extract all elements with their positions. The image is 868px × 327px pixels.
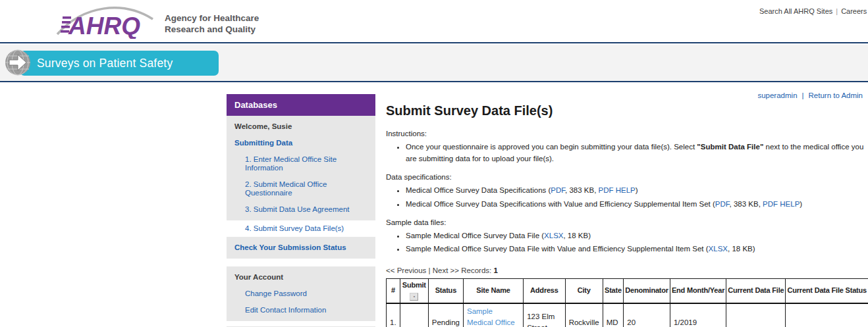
col-header-submit: Submit ▪ xyxy=(400,279,428,303)
sidebar-gap xyxy=(227,259,375,266)
cell-row-number: 1. xyxy=(387,303,400,327)
col-header-city: City xyxy=(565,279,603,303)
spec-text: ) xyxy=(800,200,802,208)
sample-item: Sample Medical Office Survey Data File (… xyxy=(406,230,868,241)
col-header-status: Status xyxy=(428,279,463,303)
sidebar-item-enter-site-information[interactable]: 1. Enter Medical Office Site Information xyxy=(227,151,375,176)
sidebar-item-submitting-data[interactable]: Submitting Data xyxy=(227,135,375,151)
site-name-link[interactable]: Sample Medical Office A xyxy=(467,307,515,327)
instructions-label: Instructions: xyxy=(386,128,868,139)
spec2-pdf-help-link[interactable]: PDF HELP xyxy=(763,200,800,208)
survey-data-table: # Submit ▪ Status Site Name Address City… xyxy=(386,278,868,327)
check-submission-status-link[interactable]: Check Your Submission Status xyxy=(234,243,346,251)
your-account-label: Your Account xyxy=(234,273,283,281)
pagination-separator: | xyxy=(429,266,431,274)
ahrq-logo-graphic: AHRQ xyxy=(55,3,155,39)
col-header-end-month-year: End Month/Year xyxy=(670,279,726,303)
nav-separator: | xyxy=(836,7,838,15)
spec1-pdf-help-link[interactable]: PDF HELP xyxy=(599,186,636,194)
sidebar-item-check-submission-status[interactable]: Check Your Submission Status xyxy=(227,237,375,259)
sample-item: Sample Medical Office Survey Data File w… xyxy=(406,243,868,255)
cell-current-data-file-status xyxy=(786,303,868,327)
agency-name: Agency for Healthcare Research and Quali… xyxy=(165,13,259,36)
cell-submit xyxy=(400,303,428,327)
change-password-link[interactable]: Change Password xyxy=(245,289,307,297)
cell-end-month-year: 1/2019 xyxy=(670,303,726,327)
pagination-top: << Previous | Next >> Records: 1 xyxy=(386,265,868,276)
cell-status: Pending xyxy=(428,303,463,327)
col-header-denominator: Denominator xyxy=(624,279,670,303)
spec-text: Medical Office Survey Data Specification… xyxy=(406,200,715,208)
trademark-symbol: ™ xyxy=(75,85,80,91)
page-title: Submit Survey Data File(s) xyxy=(386,101,868,120)
cell-city: Rockville xyxy=(565,303,603,327)
spec-text: ) xyxy=(636,186,638,194)
sidebar-title: Databases xyxy=(227,94,375,116)
records-count: 1 xyxy=(494,266,498,274)
instructions-list: Once your questionnaire is approved you … xyxy=(386,141,868,165)
sidebar-welcome: Welcome, Susie xyxy=(227,116,375,135)
cell-site-name: Sample Medical Office A xyxy=(463,303,523,327)
cell-address: 123 Elm Street xyxy=(524,303,566,327)
edit-contact-information-link[interactable]: Edit Contact Information xyxy=(245,306,326,314)
sidebar-gap xyxy=(227,321,375,326)
site-header: AHRQ Agency for Healthcare Research and … xyxy=(0,0,868,43)
sidebar-item-submit-questionnaire[interactable]: 2. Submit Medical Office Questionnaire xyxy=(227,176,375,201)
sample2-xlsx-link[interactable]: XLSX xyxy=(709,245,728,253)
sops-banner: Surveys on Patient Safety Culture™ xyxy=(20,51,219,76)
top-utility-nav: Search All AHRQ Sites|Careers|Contact Us xyxy=(759,7,868,15)
instruction-bold-text: "Submit Data File" xyxy=(697,143,763,151)
ahrq-logo[interactable]: AHRQ Agency for Healthcare Research and … xyxy=(55,3,259,39)
sidebar-item-change-password[interactable]: Change Password xyxy=(227,286,375,302)
globe-arrow-icon xyxy=(3,47,34,78)
main-content: Submit Survey Data File(s) Instructions:… xyxy=(386,97,868,327)
sample1-xlsx-link[interactable]: XLSX xyxy=(544,232,563,239)
sops-banner-title: Surveys on Patient Safety Culture xyxy=(37,57,173,97)
nav-search-all-ahrq-sites[interactable]: Search All AHRQ Sites xyxy=(759,7,832,15)
col-header-submit-label: Submit xyxy=(402,280,427,291)
spec-text: , 383 KB, xyxy=(565,186,599,194)
cell-denominator: 20 xyxy=(624,303,670,327)
instruction-text: Once your questionnaire is approved you … xyxy=(406,143,697,151)
submit-questionnaire-link[interactable]: 2. Submit Medical Office Questionnaire xyxy=(245,180,327,197)
spec1-pdf-link[interactable]: PDF xyxy=(551,186,565,194)
spec-item: Medical Office Survey Data Specification… xyxy=(406,198,868,210)
sidebar-nav: Databases Welcome, Susie Submitting Data… xyxy=(227,94,375,327)
submit-sort-icon[interactable]: ▪ xyxy=(410,293,418,301)
sidebar-item-submit-survey-data-files[interactable]: 4. Submit Survey Data File(s) xyxy=(227,220,375,237)
cell-current-data-file xyxy=(726,303,786,327)
sample-files-list: Sample Medical Office Survey Data File (… xyxy=(386,230,868,255)
agency-name-line2: Research and Quality xyxy=(165,24,259,36)
logo-text: AHRQ xyxy=(68,13,140,39)
col-header-address: Address xyxy=(524,279,566,303)
col-header-number: # xyxy=(387,279,400,303)
sample-text: Sample Medical Office Survey Data File w… xyxy=(406,245,709,253)
table-row: 1. Pending Sample Medical Office A 123 E… xyxy=(387,303,868,327)
spec-text: , 383 KB, xyxy=(730,200,763,208)
sample-text: Sample Medical Office Survey Data File ( xyxy=(406,232,544,239)
col-header-site-name: Site Name xyxy=(463,279,523,303)
instruction-item: Once your questionnaire is approved you … xyxy=(406,141,868,165)
records-label: Records: xyxy=(461,266,491,274)
col-header-state: State xyxy=(603,279,624,303)
sidebar-item-edit-contact-information[interactable]: Edit Contact Information xyxy=(227,302,375,321)
spec-text: Medical Office Survey Data Specification… xyxy=(406,186,551,194)
sidebar-item-submit-data-use-agreement[interactable]: 3. Submit Data Use Agreement xyxy=(227,201,375,220)
sample-files-label: Sample data files: xyxy=(386,217,868,228)
previous-page-control[interactable]: << Previous xyxy=(386,266,426,274)
nav-careers[interactable]: Careers xyxy=(841,7,867,15)
enter-site-information-link[interactable]: 1. Enter Medical Office Site Information xyxy=(245,155,337,172)
table-header-row: # Submit ▪ Status Site Name Address City… xyxy=(387,279,868,303)
submitting-data-link[interactable]: Submitting Data xyxy=(234,139,292,147)
spec-item: Medical Office Survey Data Specification… xyxy=(406,184,868,196)
spec2-pdf-link[interactable]: PDF xyxy=(715,200,730,208)
data-specifications-label: Data specifications: xyxy=(386,172,868,183)
submit-survey-data-files-link[interactable]: 4. Submit Survey Data File(s) xyxy=(245,224,344,232)
col-header-current-data-file: Current Data File xyxy=(726,279,786,303)
submit-data-use-agreement-link[interactable]: 3. Submit Data Use Agreement xyxy=(245,205,350,213)
col-header-current-data-file-status: Current Data File Status xyxy=(786,279,868,303)
welcome-label: Welcome, Susie xyxy=(234,122,292,130)
next-page-control[interactable]: Next >> xyxy=(433,266,459,274)
data-specifications-list: Medical Office Survey Data Specification… xyxy=(386,184,868,210)
agency-name-line1: Agency for Healthcare xyxy=(165,13,259,24)
